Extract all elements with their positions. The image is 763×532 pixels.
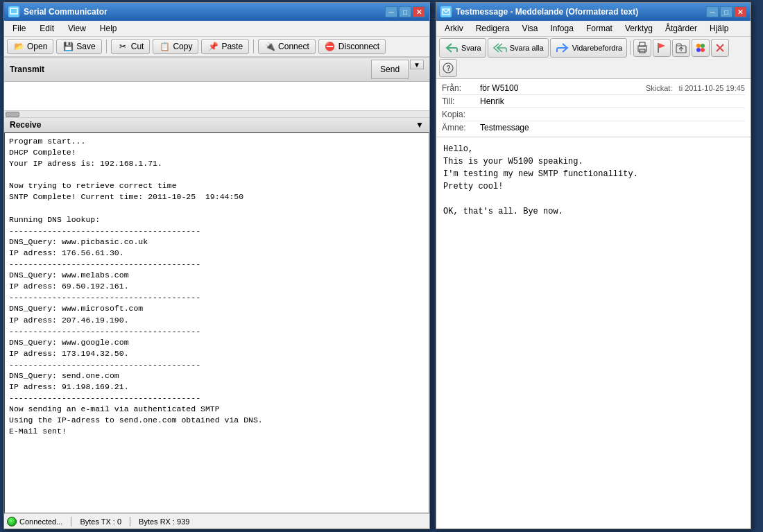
save-icon: 💾 — [62, 41, 74, 52]
menu-file[interactable]: File — [7, 22, 31, 35]
svara-alla-icon — [492, 40, 508, 55]
email-menu-format[interactable]: Format — [581, 22, 618, 35]
categories-button[interactable] — [692, 39, 710, 57]
serial-window-icon — [8, 6, 19, 17]
email-close-button[interactable]: ✕ — [734, 6, 746, 17]
serial-menubar: File Edit View Help — [4, 21, 429, 37]
send-button[interactable]: Send — [371, 60, 409, 79]
email-window-icon — [440, 6, 452, 17]
email-toolbar-sep-1 — [630, 41, 631, 55]
email-window-title: Testmessage - Meddelande (Oformaterad te… — [456, 7, 638, 17]
open-icon: 📂 — [13, 41, 24, 52]
svara-icon — [444, 40, 459, 55]
email-menu-arkiv[interactable]: Arkiv — [439, 22, 469, 35]
transmit-scrollbar[interactable] — [4, 111, 429, 118]
vidarebefordra-button[interactable]: Vidarebefordra — [550, 38, 628, 58]
connected-status: Connected... — [19, 517, 62, 526]
minimize-button[interactable]: ─ — [385, 6, 397, 17]
svg-text:?: ? — [447, 65, 451, 72]
paste-icon: 📌 — [207, 41, 218, 52]
email-menu-atgarder[interactable]: Åtgärder — [660, 22, 703, 35]
svara-alla-button[interactable]: Svara alla — [488, 38, 549, 58]
copy-button[interactable]: 📋 Copy — [153, 39, 198, 54]
email-menu-verktyg[interactable]: Verktyg — [619, 22, 658, 35]
open-button[interactable]: 📂 Open — [7, 39, 53, 54]
toolbar-separator-1 — [106, 40, 107, 53]
transmit-header: Transmit Send ▼ — [4, 57, 429, 82]
subject-label: Ämne: — [442, 123, 480, 132]
copy-icon: 📋 — [159, 41, 170, 52]
paste-button[interactable]: 📌 Paste — [201, 39, 249, 54]
email-maximize-button[interactable]: □ — [720, 6, 732, 17]
receive-header: Receive ▼ — [4, 118, 429, 132]
connection-indicator — [7, 517, 17, 526]
toolbar-separator-2 — [253, 40, 254, 53]
sent-info: Skickat: ti 2011-10-25 19:45 — [646, 84, 745, 92]
email-titlebar-left: Testmessage - Meddelande (Oformaterad te… — [440, 6, 638, 17]
connect-icon: 🔌 — [264, 41, 275, 52]
titlebar-left: Serial Communicator — [8, 6, 108, 17]
maximize-button[interactable]: □ — [399, 6, 411, 17]
receive-content[interactable]: Program start... DHCP Complete! Your IP … — [4, 132, 429, 513]
serial-window-title: Serial Communicator — [24, 7, 108, 17]
email-menu-infoga[interactable]: Infoga — [545, 22, 579, 35]
svara-button[interactable]: Svara — [439, 38, 486, 58]
email-to-row: Till: Henrik — [442, 95, 745, 108]
serial-communicator-window: Serial Communicator ─ □ ✕ File Edit View… — [3, 2, 430, 529]
menu-help[interactable]: Help — [94, 22, 123, 35]
close-button[interactable]: ✕ — [413, 6, 425, 17]
menu-edit[interactable]: Edit — [34, 22, 60, 35]
email-header: Från: för W5100 Skickat: ti 2011-10-25 1… — [436, 79, 751, 137]
subject-value: Testmessage — [480, 123, 745, 132]
email-window: Testmessage - Meddelande (Oformaterad te… — [436, 2, 751, 529]
to-label: Till: — [442, 96, 480, 106]
save-button[interactable]: 💾 Save — [56, 39, 101, 54]
vidarebefordra-icon — [555, 40, 570, 55]
transmit-section: Transmit Send ▼ — [4, 57, 429, 118]
serial-toolbar: 📂 Open 💾 Save ✂ Cut 📋 Copy 📌 Paste 🔌 Con… — [4, 37, 429, 57]
email-menu-visa[interactable]: Visa — [516, 22, 543, 35]
status-separator-1 — [71, 517, 71, 526]
email-subject-row: Ämne: Testmessage — [442, 121, 745, 134]
cc-label: Kopia: — [442, 110, 480, 119]
delete-button[interactable] — [711, 39, 729, 57]
receive-section: Receive ▼ Program start... DHCP Complete… — [4, 118, 429, 513]
svg-marker-8 — [658, 43, 665, 49]
send-dropdown-button[interactable]: ▼ — [410, 60, 424, 69]
bytes-tx-status: Bytes TX : 0 — [80, 517, 121, 526]
print-button[interactable] — [633, 39, 651, 57]
from-value: för W5100 — [480, 83, 646, 93]
transmit-input[interactable] — [4, 82, 428, 110]
svg-rect-0 — [10, 8, 17, 14]
svg-point-12 — [701, 44, 705, 48]
svg-point-14 — [701, 48, 705, 52]
email-menu-hjalp[interactable]: Hjälp — [704, 22, 734, 35]
email-toolbar: Svara Svara alla Vidarebefordra — [436, 37, 751, 79]
svg-point-11 — [696, 44, 701, 48]
svg-point-13 — [696, 48, 701, 52]
flag-button[interactable] — [653, 39, 671, 57]
disconnect-icon: ⛔ — [325, 41, 336, 52]
from-label: Från: — [442, 83, 480, 93]
email-from-row: Från: för W5100 Skickat: ti 2011-10-25 1… — [442, 82, 745, 95]
email-body: Hello, This is your W5100 speaking. I'm … — [436, 137, 751, 529]
email-minimize-button[interactable]: ─ — [706, 6, 719, 17]
sent-value: ti 2011-10-25 19:45 — [679, 84, 745, 92]
serial-titlebar: Serial Communicator ─ □ ✕ — [4, 3, 429, 21]
menu-view[interactable]: View — [62, 22, 92, 35]
move-folder-button[interactable] — [672, 39, 690, 57]
to-value: Henrik — [480, 96, 745, 106]
email-menu-redigera[interactable]: Redigera — [470, 22, 515, 35]
titlebar-controls: ─ □ ✕ — [385, 6, 425, 17]
email-titlebar: Testmessage - Meddelande (Oformaterad te… — [436, 3, 751, 21]
sent-label: Skickat: — [646, 84, 673, 92]
disconnect-button[interactable]: ⛔ Disconnect — [318, 39, 386, 54]
help-button[interactable]: ? — [439, 59, 457, 77]
email-menubar: Arkiv Redigera Visa Infoga Format Verkty… — [436, 21, 751, 37]
cut-button[interactable]: ✂ Cut — [111, 39, 151, 54]
email-titlebar-controls: ─ □ ✕ — [706, 6, 746, 17]
cut-icon: ✂ — [117, 41, 128, 52]
connect-button[interactable]: 🔌 Connect — [258, 39, 316, 54]
bytes-rx-status: Bytes RX : 939 — [139, 517, 189, 526]
email-cc-row: Kopia: — [442, 108, 745, 121]
